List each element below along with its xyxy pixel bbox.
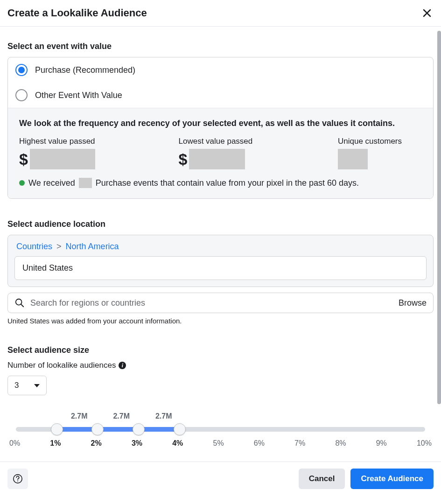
- modal-header: Create a Lookalike Audience: [0, 0, 441, 27]
- event-card: Purchase (Recommended) Other Event With …: [7, 57, 434, 199]
- stat-unique: Unique customers: [338, 137, 422, 169]
- radio-label: Purchase (Recommended): [35, 65, 135, 75]
- events-status-line: We received Purchase events that contain…: [19, 178, 422, 188]
- search-icon: [14, 298, 25, 308]
- size-section-title: Select audience size: [7, 345, 434, 355]
- location-card: Countries > North America United States: [7, 235, 434, 287]
- tick: 1%: [50, 439, 61, 448]
- modal-footer: Cancel Create Audience: [0, 462, 441, 496]
- location-breadcrumb: Countries > North America: [14, 242, 427, 252]
- tick: 4%: [172, 439, 183, 448]
- help-icon: [13, 474, 23, 484]
- slider-handle-4[interactable]: [174, 423, 186, 435]
- location-helper-text: United States was added from your accoun…: [7, 317, 434, 325]
- tick: 2%: [91, 439, 102, 448]
- redacted-value: [30, 149, 95, 169]
- slider-handle-3[interactable]: [133, 423, 145, 435]
- audience-size-slider: 2.7M 2.7M 2.7M 0% 1% 2% 3% 4% 5% 6% 7% 8…: [7, 412, 434, 448]
- radio-label: Other Event With Value: [35, 91, 122, 100]
- stat-label: Highest value passed: [19, 137, 165, 146]
- tick: 10%: [417, 439, 432, 448]
- segment-size-1: 2.7M: [71, 412, 88, 420]
- slider-handle-2[interactable]: [91, 423, 104, 435]
- segment-size-3: 2.7M: [155, 412, 172, 420]
- location-search-input[interactable]: [30, 298, 393, 308]
- slider-handle-1[interactable]: [51, 423, 63, 435]
- close-icon: [421, 7, 433, 19]
- cancel-button[interactable]: Cancel: [299, 469, 345, 489]
- stat-lowest: Lowest value passed $: [179, 137, 324, 169]
- radio-icon: [15, 89, 28, 101]
- tick: 5%: [213, 439, 224, 448]
- browse-link[interactable]: Browse: [399, 298, 427, 308]
- number-label-row: Number of lookalike audiences i: [7, 361, 434, 370]
- radio-purchase[interactable]: Purchase (Recommended): [8, 57, 433, 83]
- dollar-sign: $: [19, 150, 28, 168]
- tick: 0%: [9, 439, 20, 448]
- redacted-value: [79, 178, 92, 188]
- audience-count-select[interactable]: 3: [7, 376, 47, 395]
- tick: 6%: [254, 439, 265, 448]
- redacted-value: [189, 149, 245, 169]
- help-button[interactable]: [7, 469, 28, 489]
- tick: 8%: [335, 439, 346, 448]
- scrollbar[interactable]: [437, 31, 441, 404]
- slider-ticks: 0% 1% 2% 3% 4% 5% 6% 7% 8% 9% 10%: [9, 439, 432, 448]
- selected-location[interactable]: United States: [14, 256, 427, 280]
- slider-fill: [57, 427, 180, 432]
- caret-down-icon: [34, 384, 40, 387]
- slider-track[interactable]: [16, 427, 425, 432]
- dollar-sign: $: [179, 150, 188, 168]
- info-heading: We look at the frequency and recency of …: [19, 119, 422, 128]
- redacted-value: [338, 149, 368, 169]
- event-section-title: Select an event with value: [7, 42, 434, 51]
- events-text-post: Purchase events that contain value from …: [96, 178, 359, 188]
- number-label: Number of lookalike audiences: [7, 361, 116, 370]
- create-audience-button[interactable]: Create Audience: [350, 469, 434, 489]
- stat-highest: Highest value passed $: [19, 137, 165, 169]
- info-icon[interactable]: i: [119, 362, 126, 369]
- status-dot-icon: [19, 180, 25, 186]
- tick: 9%: [376, 439, 387, 448]
- segment-size-2: 2.7M: [113, 412, 130, 420]
- svg-point-2: [17, 481, 18, 482]
- location-section-title: Select audience location: [7, 219, 434, 229]
- tick: 7%: [294, 439, 305, 448]
- close-button[interactable]: [420, 7, 434, 20]
- radio-icon: [15, 64, 28, 76]
- breadcrumb-countries[interactable]: Countries: [16, 242, 52, 251]
- stat-label: Unique customers: [338, 137, 422, 146]
- modal-title: Create a Lookalike Audience: [7, 7, 147, 19]
- select-value: 3: [14, 381, 19, 390]
- breadcrumb-region[interactable]: North America: [66, 242, 119, 251]
- event-info-block: We look at the frequency and recency of …: [8, 108, 433, 198]
- events-text-pre: We received: [28, 178, 75, 188]
- stat-label: Lowest value passed: [179, 137, 324, 146]
- breadcrumb-sep: >: [56, 242, 62, 251]
- tick: 3%: [132, 439, 142, 448]
- slider-segment-labels: 2.7M 2.7M 2.7M: [9, 412, 432, 423]
- location-search-row: Browse: [7, 293, 434, 313]
- radio-other-event[interactable]: Other Event With Value: [8, 83, 433, 108]
